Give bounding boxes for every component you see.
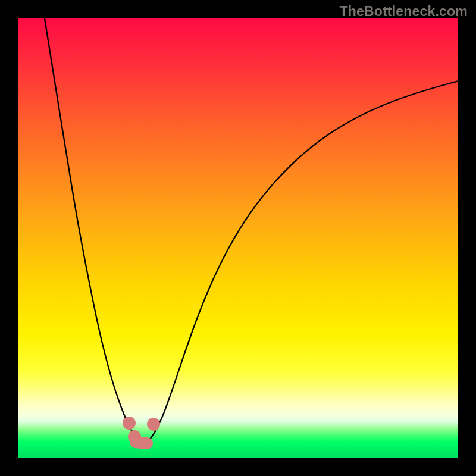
right-dot (147, 418, 160, 431)
markers-layer (18, 18, 458, 458)
chart-stage: TheBottleneck.com (0, 0, 476, 476)
watermark-label: TheBottleneck.com (339, 4, 468, 20)
plot-area (18, 18, 458, 458)
bottom-connector (136, 442, 147, 443)
left-upper-dot (123, 416, 136, 430)
